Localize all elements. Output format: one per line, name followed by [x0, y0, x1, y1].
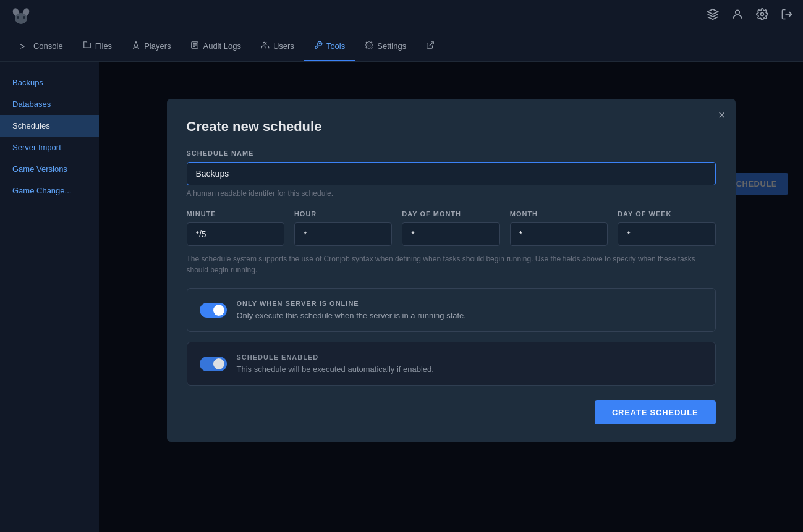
subnav-external[interactable] — [416, 32, 444, 61]
svg-marker-5 — [708, 9, 718, 14]
modal-overlay: × Create new schedule SCHEDULE NAME A hu… — [99, 62, 803, 532]
svg-marker-9 — [134, 41, 138, 48]
players-icon — [132, 41, 140, 51]
sidebar-item-game-changelog[interactable]: Game Change... — [0, 180, 99, 201]
toggle-knob-online — [213, 305, 224, 316]
subnav-tools[interactable]: Tools — [304, 32, 355, 61]
sidebar-item-schedules[interactable]: Schedules — [0, 115, 99, 137]
subnav-audit-logs[interactable]: Audit Logs — [181, 32, 250, 61]
cron-helper: The schedule system supports the use of … — [187, 253, 716, 276]
only-when-online-labels: ONLY WHEN SERVER IS ONLINE Only execute … — [237, 300, 703, 320]
tools-icon — [314, 41, 323, 51]
topbar-icons — [707, 8, 793, 23]
schedule-enabled-section: SCHEDULE ENABLED This schedule will be e… — [187, 342, 716, 386]
only-when-online-section: ONLY WHEN SERVER IS ONLINE Only execute … — [187, 288, 716, 332]
minute-label: MINUTE — [187, 210, 284, 217]
sidebar-item-game-versions[interactable]: Game Versions — [0, 158, 99, 180]
schedule-name-helper: A human readable identifer for this sche… — [187, 189, 716, 198]
main-layout: Backups Databases Schedules Server Impor… — [0, 62, 803, 532]
only-when-online-title: ONLY WHEN SERVER IS ONLINE — [237, 300, 703, 307]
svg-point-4 — [23, 16, 25, 19]
minute-input[interactable] — [187, 222, 284, 246]
topbar — [0, 0, 803, 32]
modal-close-button[interactable]: × — [718, 109, 726, 121]
svg-point-3 — [17, 16, 19, 19]
day-of-week-label: DAY OF WEEK — [618, 210, 715, 217]
settings-nav-icon — [365, 41, 373, 51]
schedule-enabled-labels: SCHEDULE ENABLED This schedule will be e… — [237, 353, 703, 374]
sidebar-item-server-import[interactable]: Server Import — [0, 137, 99, 158]
modal-footer: CREATE SCHEDULE — [187, 400, 716, 424]
modal-title: Create new schedule — [187, 119, 716, 135]
subnav-users[interactable]: Users — [251, 32, 304, 61]
create-schedule-submit-button[interactable]: CREATE SCHEDULE — [595, 400, 716, 424]
svg-point-15 — [368, 44, 370, 46]
settings-icon[interactable] — [756, 8, 768, 23]
cron-hour-field: HOUR — [294, 210, 392, 246]
logo-icon — [10, 5, 32, 27]
users-icon — [261, 41, 270, 51]
schedule-name-input[interactable] — [187, 162, 716, 185]
console-icon: >_ — [20, 41, 30, 51]
schedule-enabled-title: SCHEDULE ENABLED — [237, 353, 703, 361]
files-icon — [83, 41, 91, 51]
user-icon[interactable] — [731, 8, 744, 23]
sidebar-item-databases[interactable]: Databases — [0, 93, 99, 115]
modal-dialog: × Create new schedule SCHEDULE NAME A hu… — [167, 99, 736, 442]
cron-day-of-month-field: DAY OF MONTH — [402, 210, 499, 246]
sidebar: Backups Databases Schedules Server Impor… — [0, 62, 99, 532]
only-when-online-toggle[interactable] — [200, 303, 227, 318]
month-label: MONTH — [510, 210, 608, 217]
svg-point-7 — [761, 13, 764, 16]
cron-day-of-week-field: DAY OF WEEK — [618, 210, 715, 246]
svg-point-14 — [263, 42, 265, 44]
toggle-knob-enabled — [213, 358, 224, 369]
day-of-month-label: DAY OF MONTH — [402, 210, 499, 217]
schedule-enabled-desc: This schedule will be executed automatic… — [237, 365, 703, 374]
cron-fields-row: MINUTE HOUR DAY OF MONTH MONTH — [187, 210, 716, 246]
subnav: >_ Console Files Players Audit Logs User… — [0, 32, 803, 62]
only-when-online-desc: Only execute this schedule when the serv… — [237, 311, 703, 320]
svg-point-2 — [15, 13, 27, 24]
logo — [10, 5, 32, 27]
logout-icon[interactable] — [781, 8, 793, 23]
subnav-settings[interactable]: Settings — [355, 32, 416, 61]
subnav-console[interactable]: >_ Console — [10, 32, 73, 61]
svg-line-16 — [430, 42, 433, 46]
day-of-week-input[interactable] — [618, 222, 715, 246]
schedule-name-label: SCHEDULE NAME — [187, 150, 716, 157]
sidebar-item-backups[interactable]: Backups — [0, 72, 99, 93]
cron-month-field: MONTH — [510, 210, 608, 246]
audit-logs-icon — [190, 41, 199, 51]
month-input[interactable] — [510, 222, 608, 246]
subnav-players[interactable]: Players — [122, 32, 181, 61]
subnav-files[interactable]: Files — [73, 32, 122, 61]
hour-label: HOUR — [294, 210, 392, 217]
hour-input[interactable] — [294, 222, 392, 246]
layers-icon[interactable] — [707, 8, 719, 23]
day-of-month-input[interactable] — [402, 222, 499, 246]
svg-point-6 — [736, 10, 740, 14]
cron-minute-field: MINUTE — [187, 210, 284, 246]
content-area: There are no schedules configured for th… — [99, 62, 803, 532]
external-icon — [426, 41, 435, 51]
schedule-enabled-toggle[interactable] — [200, 357, 227, 371]
